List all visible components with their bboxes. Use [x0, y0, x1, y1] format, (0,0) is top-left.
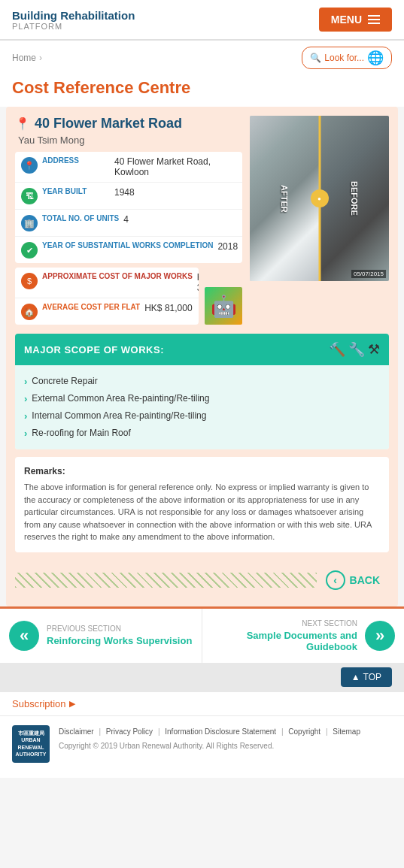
- image-date: 05/07/2015: [351, 270, 386, 278]
- scope-item: › Concrete Repair: [24, 373, 380, 390]
- year-built-row: 🏗 YEAR BUILT 1948: [15, 183, 242, 210]
- subscription-link[interactable]: Subscription ▶: [12, 698, 392, 709]
- scope-text-1: Concrete Repair: [32, 376, 97, 386]
- previous-content: PREVIOUS SECTION Reinforcing Works Super…: [47, 625, 193, 646]
- breadcrumb: Home ›: [12, 53, 42, 63]
- page-title-bar: Cost Reference Centre: [0, 75, 404, 107]
- footer-logo-text: 市區重建局 URBAN RENEWAL AUTHORITY: [16, 730, 47, 757]
- footer-copyright: Copyright © 2019 Urban Renewal Authority…: [59, 742, 360, 750]
- back-button[interactable]: ‹ BACK: [317, 566, 389, 594]
- subscription-label: Subscription: [12, 698, 66, 709]
- search-label: Look for...: [324, 53, 364, 63]
- next-label: NEXT SECTION: [211, 619, 357, 628]
- completion-row: ✔ YEAR OF SUBSTANTIAL WORKS COMPLETION 2…: [15, 237, 242, 263]
- scope-item: › Re-roofing for Main Roof: [24, 425, 380, 442]
- completion-icon: ✔: [21, 242, 38, 259]
- remarks-text: The above information is for general ref…: [24, 481, 380, 543]
- remarks-section: Remarks: The above information is for ge…: [15, 457, 389, 552]
- footer-logo-chinese: 市區重建局: [16, 730, 47, 736]
- footer-copyright-link[interactable]: Copyright: [288, 727, 320, 736]
- district: Yau Tsim Mong: [15, 135, 242, 146]
- sep2: |: [158, 727, 160, 736]
- search-button[interactable]: 🔍 Look for... 🌐: [302, 47, 392, 69]
- home-link[interactable]: Home: [12, 53, 36, 63]
- after-label: AFTER: [280, 185, 289, 213]
- top-arrow-icon: ▲: [351, 672, 360, 682]
- previous-title: Reinforcing Works Supervision: [47, 635, 193, 646]
- search-icon: 🔍: [310, 53, 321, 63]
- footer-logo: 市區重建局 URBAN RENEWAL AUTHORITY: [12, 725, 50, 763]
- back-label: BACK: [350, 574, 380, 586]
- next-circle-icon: »: [365, 621, 395, 651]
- property-section: 📍 40 Flower Market Road Yau Tsim Mong 📍 …: [15, 116, 389, 325]
- back-area: ‹ BACK: [15, 560, 389, 597]
- wrench-icon: 🔧: [348, 341, 365, 358]
- cost-section: $ APPROXIMATE COST OF MAJOR WORKS HK$ 33…: [15, 268, 242, 325]
- before-half: BEFORE: [320, 116, 390, 281]
- property-image: AFTER BEFORE ● 05/07/2015: [250, 116, 389, 325]
- footer-logo-en3: AUTHORITY: [16, 751, 47, 758]
- breadcrumb-bar: Home › 🔍 Look for... 🌐: [0, 41, 404, 75]
- footer-information[interactable]: Information Disclosure Statement: [165, 727, 276, 736]
- breadcrumb-chevron: ›: [39, 53, 42, 63]
- after-half: AFTER: [250, 116, 320, 281]
- total-units-row: 🏢 TOTAL NO. OF UNITS 4: [15, 210, 242, 237]
- next-title: Sample Documents and Guidebook: [211, 630, 357, 652]
- back-circle-icon: ‹: [326, 570, 345, 590]
- footer-logo-en1: URBAN: [16, 736, 47, 743]
- footer-links-container: Disclaimer | Privacy Policy | Informatio…: [59, 725, 360, 750]
- total-units-icon: 🏢: [21, 215, 38, 231]
- address-row: 📍 ADDRESS 40 Flower Market Road, Kowloon: [15, 152, 242, 183]
- nav-sections: « PREVIOUS SECTION Reinforcing Works Sup…: [0, 606, 404, 663]
- cost-image: 🤖: [205, 287, 242, 325]
- sep3: |: [281, 727, 284, 736]
- address-icon: 📍: [21, 157, 38, 174]
- scope-item: › External Common Area Re-painting/Re-ti…: [24, 390, 380, 407]
- avg-cost-icon: 🏠: [21, 304, 38, 320]
- robot-icon: 🤖: [211, 294, 237, 319]
- chevron-icon-3: ›: [24, 410, 27, 422]
- total-units-value: 4: [123, 214, 129, 225]
- logo-title: Building Rehabilitation: [12, 9, 135, 22]
- avg-cost-row: 🏠 AVERAGE COST PER FLAT HK$ 81,000: [15, 298, 199, 325]
- next-content: NEXT SECTION Sample Documents and Guideb…: [211, 619, 357, 652]
- subscription-arrow-icon: ▶: [69, 699, 75, 709]
- footer-logo-en2: RENEWAL: [16, 744, 47, 751]
- property-title: 📍 40 Flower Market Road: [15, 116, 242, 132]
- scope-text-4: Re-roofing for Main Roof: [32, 428, 130, 438]
- next-section[interactable]: NEXT SECTION Sample Documents and Guideb…: [202, 609, 404, 663]
- scope-text-3: Internal Common Area Re-painting/Re-tili…: [32, 410, 206, 421]
- sep1: |: [99, 727, 101, 736]
- logo: Building Rehabilitation PLATFORM: [12, 9, 135, 31]
- subscription-bar: Subscription ▶: [0, 691, 404, 715]
- approx-cost-row: $ APPROXIMATE COST OF MAJOR WORKS HK$ 33…: [15, 268, 199, 298]
- before-after-image: AFTER BEFORE ● 05/07/2015: [250, 116, 389, 281]
- top-button[interactable]: ▲ TOP: [341, 667, 392, 687]
- scope-section: MAJOR SCOPE OF WORKS: 🔨 🔧 ⚒ › Concrete R…: [15, 334, 389, 449]
- cost-table: $ APPROXIMATE COST OF MAJOR WORKS HK$ 33…: [15, 268, 199, 325]
- remarks-title: Remarks:: [24, 466, 380, 476]
- approx-cost-label: APPROXIMATE COST OF MAJOR WORKS: [42, 272, 193, 280]
- address-label: ADDRESS: [42, 156, 110, 165]
- scope-item: › Internal Common Area Re-painting/Re-ti…: [24, 407, 380, 425]
- completion-label: YEAR OF SUBSTANTIAL WORKS COMPLETION: [42, 241, 213, 250]
- page-title: Cost Reference Centre: [12, 78, 392, 98]
- hammer-icon: 🔨: [329, 341, 345, 358]
- previous-section[interactable]: « PREVIOUS SECTION Reinforcing Works Sup…: [0, 609, 202, 663]
- previous-label: PREVIOUS SECTION: [47, 625, 193, 633]
- footer-sitemap[interactable]: Sitemap: [333, 727, 360, 736]
- menu-button[interactable]: MENU: [319, 8, 392, 32]
- footer-disclaimer[interactable]: Disclaimer: [59, 727, 94, 736]
- scope-text-2: External Common Area Re-painting/Re-tili…: [32, 393, 209, 404]
- footer-privacy[interactable]: Privacy Policy: [106, 727, 153, 736]
- hatch-pattern-left: [15, 573, 317, 588]
- scope-body: › Concrete Repair › External Common Area…: [15, 365, 389, 449]
- property-info: 📍 40 Flower Market Road Yau Tsim Mong 📍 …: [15, 116, 242, 325]
- chevron-icon-2: ›: [24, 393, 27, 404]
- property-name: 40 Flower Market Road: [35, 116, 182, 132]
- search-avatar-icon: 🌐: [367, 50, 384, 66]
- total-units-label: TOTAL NO. OF UNITS: [42, 214, 119, 222]
- tools-icon: ⚒: [368, 341, 380, 358]
- header: Building Rehabilitation PLATFORM MENU: [0, 0, 404, 41]
- completion-value: 2018: [217, 241, 238, 252]
